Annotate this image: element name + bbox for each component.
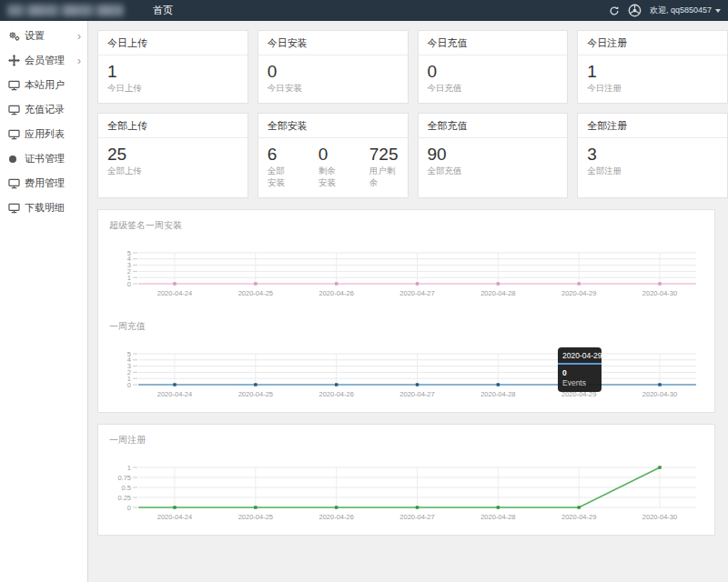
topbar-right: 欢迎, qq5850457 — [609, 4, 728, 17]
svg-text:2020-04-28: 2020-04-28 — [480, 513, 515, 521]
svg-text:2020-04-25: 2020-04-25 — [238, 289, 273, 297]
svg-text:2020-04-30: 2020-04-30 — [642, 513, 677, 521]
stat-metric: 1今日上传 — [107, 62, 142, 95]
stat-card-today-install: 今日安装0今日安装 — [258, 30, 409, 104]
stat-value: 725 — [369, 145, 399, 165]
chart-weekly-register: 一周注册 00.250.50.7512020-04-242020-04-2520… — [98, 425, 714, 535]
monitor-icon — [8, 203, 25, 214]
sidebar-item-app-list[interactable]: 应用列表 — [0, 122, 87, 146]
sidebar-item-label: 证书管理 — [25, 152, 65, 166]
stat-card-title: 全部注册 — [578, 114, 727, 138]
stat-label: 全部充值 — [428, 166, 462, 177]
svg-text:2020-04-25: 2020-04-25 — [238, 513, 273, 521]
sidebar-item-fee-management[interactable]: 费用管理 — [0, 171, 87, 196]
stat-value: 0 — [318, 145, 344, 165]
stat-label: 今日安装 — [268, 83, 302, 95]
main-content: 今日上传1今日上传今日安装0今日安装今日充值0今日充值今日注册1今日注册 全部上… — [89, 21, 728, 536]
tooltip-divider — [558, 363, 602, 365]
svg-text:2020-04-30: 2020-04-30 — [642, 289, 677, 297]
sidebar-item-download-details[interactable]: 下载明细 — [0, 196, 87, 220]
stat-card-body: 3全部注册 — [578, 138, 727, 186]
chart-weekly-register-plot[interactable]: 00.250.50.7512020-04-242020-04-252020-04… — [109, 462, 698, 527]
sidebar-item-recharge-records[interactable]: 充值记录 — [0, 97, 87, 122]
stat-value: 25 — [107, 145, 142, 165]
svg-text:2020-04-26: 2020-04-26 — [318, 513, 353, 521]
stat-value: 1 — [107, 62, 142, 82]
sidebar-item-label: 设置 — [25, 29, 45, 43]
stat-metric: 1今日注册 — [587, 62, 622, 95]
svg-text:0.5: 0.5 — [122, 484, 131, 492]
svg-text:2020-04-28: 2020-04-28 — [480, 289, 515, 297]
monitor-icon — [8, 80, 25, 91]
svg-text:2020-04-29: 2020-04-29 — [561, 513, 596, 521]
chevron-right-icon: › — [77, 56, 81, 65]
tooltip-value: 0 — [562, 368, 597, 377]
svg-text:0: 0 — [127, 504, 131, 512]
stat-card-title: 全部上传 — [98, 114, 248, 138]
sidebar-item-site-users[interactable]: 本站用户 — [0, 73, 87, 97]
chart-title: 一周充值 — [109, 320, 703, 333]
sidebar-item-member-management[interactable]: 会员管理› — [0, 48, 87, 73]
svg-text:2020-04-27: 2020-04-27 — [399, 390, 434, 398]
sidebar-item-label: 本站用户 — [25, 78, 65, 92]
chart-tooltip: 2020-04-29 0 Events — [558, 347, 602, 392]
svg-text:2020-04-26: 2020-04-26 — [318, 289, 353, 297]
stat-card-body: 25全部上传 — [98, 138, 248, 186]
top-navbar: 首页 欢迎, qq5850457 — [0, 0, 728, 21]
monitor-icon — [8, 178, 25, 189]
brand-logo-redacted — [7, 5, 124, 16]
svg-text:0.25: 0.25 — [117, 494, 131, 502]
stat-card-title: 今日注册 — [578, 31, 727, 55]
stat-card-body: 1今日上传 — [98, 55, 248, 103]
svg-text:2020-04-24: 2020-04-24 — [157, 390, 192, 398]
stat-label: 全部注册 — [587, 166, 622, 177]
stat-metric: 0今日安装 — [268, 62, 302, 95]
monitor-icon — [8, 105, 25, 115]
stat-metric: 3全部注册 — [587, 145, 622, 177]
stat-label: 今日充值 — [428, 83, 462, 95]
stat-label: 用户剩余 — [369, 166, 399, 189]
chart-title: 超级签名一周安装 — [109, 219, 703, 232]
tab-home[interactable]: 首页 — [153, 4, 173, 17]
svg-text:2020-04-27: 2020-04-27 — [399, 289, 434, 297]
svg-text:2020-04-28: 2020-04-28 — [480, 390, 515, 398]
panel-chart-register: 一周注册 00.250.50.7512020-04-242020-04-2520… — [97, 424, 715, 536]
svg-text:2020-04-30: 2020-04-30 — [642, 390, 677, 398]
stat-value: 3 — [587, 145, 622, 165]
sidebar-item-label: 费用管理 — [25, 176, 65, 190]
stat-card-today-upload: 今日上传1今日上传 — [97, 30, 248, 104]
sidebar-item-settings[interactable]: 设置› — [0, 24, 87, 48]
stat-value: 0 — [428, 62, 462, 82]
tooltip-label: Events — [562, 378, 597, 387]
stat-card-title: 全部充值 — [419, 114, 568, 138]
monitor-icon — [8, 129, 25, 140]
chart-title: 一周注册 — [109, 434, 703, 447]
chart-weekly-sign-install-plot[interactable]: 0123452020-04-242020-04-252020-04-262020… — [109, 247, 698, 304]
stat-card-today-register: 今日注册1今日注册 — [577, 30, 728, 104]
stat-label: 今日注册 — [587, 83, 622, 95]
circle-icon — [8, 155, 25, 164]
stat-value: 0 — [268, 62, 302, 82]
stat-metric: 90全部充值 — [428, 145, 462, 177]
stat-card-total-upload: 全部上传25全部上传 — [97, 113, 248, 198]
tooltip-date: 2020-04-29 — [562, 351, 597, 360]
sidebar-item-label: 会员管理 — [25, 54, 65, 67]
chart-weekly-recharge-plot[interactable]: 0123452020-04-242020-04-252020-04-262020… — [109, 348, 698, 405]
stat-card-total-recharge: 全部充值90全部充值 — [418, 113, 569, 198]
stat-card-body: 1今日注册 — [578, 55, 727, 103]
svg-text:2020-04-24: 2020-04-24 — [157, 289, 192, 297]
stat-card-body: 6全部安装0剩余安装725用户剩余 — [258, 138, 408, 197]
svg-text:2020-04-29: 2020-04-29 — [561, 289, 596, 297]
sidebar-item-cert-management[interactable]: 证书管理 — [0, 146, 87, 171]
user-menu[interactable]: 欢迎, qq5850457 — [650, 5, 721, 16]
stat-label: 全部上传 — [107, 166, 142, 177]
stat-card-total-install: 全部安装6全部安装0剩余安装725用户剩余 — [258, 113, 409, 198]
chart-weekly-sign-install: 超级签名一周安装 0123452020-04-242020-04-252020-… — [98, 210, 714, 311]
welcome-text: 欢迎, qq5850457 — [650, 5, 712, 16]
svg-text:2020-04-26: 2020-04-26 — [318, 390, 353, 398]
user-avatar[interactable] — [628, 4, 642, 17]
refresh-icon[interactable] — [609, 5, 620, 16]
stat-card-body: 90全部充值 — [419, 138, 568, 186]
stat-card-title: 今日充值 — [419, 31, 568, 55]
stat-metric: 725用户剩余 — [369, 145, 399, 189]
